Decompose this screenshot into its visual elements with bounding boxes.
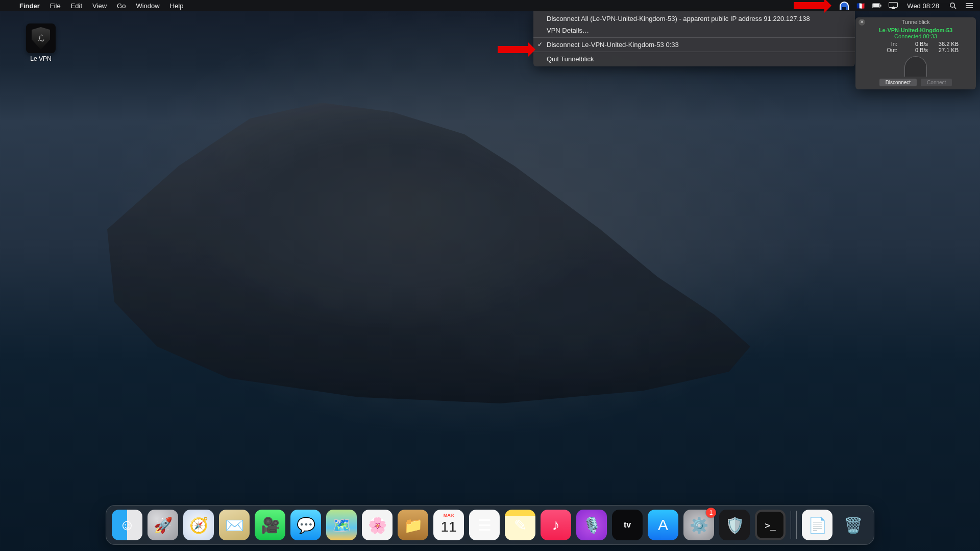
dock-facetime[interactable]: 🎥 — [255, 510, 285, 540]
tb-out-total: 27.1 KB — [930, 47, 959, 53]
dock-calendar[interactable]: MAR11 — [433, 510, 464, 540]
levpn-icon: ℒ — [26, 23, 56, 53]
dock-mail[interactable]: ✉️ — [219, 510, 250, 540]
airplay-icon[interactable] — [889, 1, 898, 10]
menu-separator — [533, 37, 855, 38]
menubar-clock[interactable]: Wed 08:28 — [905, 2, 941, 10]
tb-window-title: ✕ Tunnelblick — [855, 17, 976, 27]
settings-badge: 1 — [706, 508, 716, 518]
dock-terminal[interactable]: >_ — [755, 510, 786, 540]
tb-in-label: In: — [873, 41, 897, 47]
dock-folder[interactable]: 📁 — [398, 510, 428, 540]
annotation-arrow-menu — [498, 46, 528, 53]
tb-stats: In: 0 B/s 36.2 KB Out: 0 B/s 27.1 KB — [855, 41, 976, 53]
menu-vpn-details[interactable]: VPN Details… — [533, 25, 855, 36]
tb-connection-name: Le-VPN-United-Kingdom-53 — [855, 27, 976, 33]
tb-title-text: Tunnelblick — [901, 19, 929, 25]
desktop-icon-label: Le VPN — [20, 55, 61, 62]
menu-view[interactable]: View — [87, 2, 112, 10]
dock-maps[interactable]: 🗺️ — [326, 510, 357, 540]
tb-disconnect-button[interactable]: Disconnect — [879, 79, 917, 86]
tb-out-label: Out: — [873, 47, 897, 53]
menu-go[interactable]: Go — [112, 2, 131, 10]
dock-safari[interactable]: 🧭 — [183, 510, 214, 540]
spotlight-icon[interactable] — [948, 1, 958, 10]
annotation-arrow-top — [794, 2, 824, 9]
dock-messages[interactable]: 💬 — [290, 510, 321, 540]
dock-music[interactable]: ♪ — [541, 510, 571, 540]
battery-icon[interactable] — [872, 1, 881, 10]
tunnelblick-menubar-icon[interactable] — [840, 1, 849, 10]
svg-rect-2 — [880, 5, 881, 7]
menu-window[interactable]: Window — [131, 2, 164, 10]
dock-separator — [791, 511, 791, 539]
menu-disconnect-connection[interactable]: Disconnect Le-VPN-United-Kingdom-53 0:33 — [533, 39, 855, 51]
dock-appstore[interactable]: A — [648, 510, 678, 540]
dock-levpn[interactable]: 🛡️ — [719, 510, 750, 540]
dock-trash[interactable]: 🗑️ — [838, 510, 868, 540]
tb-in-total: 36.2 KB — [930, 41, 959, 47]
control-center-icon[interactable] — [965, 1, 974, 10]
calendar-month: MAR — [444, 513, 454, 518]
dock-tv[interactable]: tv — [612, 510, 643, 540]
svg-point-5 — [950, 3, 955, 8]
tunnel-graphic-icon — [904, 56, 927, 77]
dock-settings[interactable]: ⚙️1 — [683, 510, 714, 540]
tunnelblick-menu: Disconnect All (Le-VPN-United-Kingdom-53… — [533, 11, 855, 66]
tb-out-rate: 0 B/s — [899, 47, 928, 53]
desktop-icon-levpn[interactable]: ℒ Le VPN — [20, 23, 61, 62]
menubar-app-name[interactable]: Finder — [19, 2, 40, 10]
dock-reminders[interactable]: ☰ — [469, 510, 500, 540]
dock-launchpad[interactable]: 🚀 — [148, 510, 178, 540]
svg-rect-1 — [873, 4, 879, 8]
tb-connect-button: Connect — [921, 79, 952, 86]
dock-finder[interactable]: ☺ — [112, 510, 142, 540]
dock-textedit[interactable]: 📄 — [802, 510, 832, 540]
dock-podcasts[interactable]: 🎙️ — [576, 510, 607, 540]
dock-separator — [796, 511, 797, 539]
menu-file[interactable]: File — [45, 2, 66, 10]
tb-connection-status: Connected 00:33 — [855, 33, 976, 39]
menu-separator — [533, 52, 855, 52]
menu-edit[interactable]: Edit — [66, 2, 87, 10]
dock: ☺🚀🧭✉️🎥💬🗺️🌸📁MAR11☰✎♪🎙️tvA⚙️1🛡️>_📄🗑️ — [106, 505, 874, 545]
svg-line-6 — [954, 7, 957, 9]
close-icon[interactable]: ✕ — [859, 19, 865, 26]
tunnelblick-status-window: ✕ Tunnelblick Le-VPN-United-Kingdom-53 C… — [855, 17, 976, 89]
calendar-day: 11 — [440, 519, 456, 535]
menu-disconnect-all[interactable]: Disconnect All (Le-VPN-United-Kingdom-53… — [533, 13, 855, 25]
dock-notes[interactable]: ✎ — [505, 510, 535, 540]
menubar: Finder File Edit View Go Window Help 🇫🇷 … — [0, 0, 980, 11]
dock-photos[interactable]: 🌸 — [362, 510, 393, 540]
menu-quit[interactable]: Quit Tunnelblick — [533, 53, 855, 65]
menu-help[interactable]: Help — [165, 2, 189, 10]
tb-in-rate: 0 B/s — [899, 41, 928, 47]
flag-icon[interactable]: 🇫🇷 — [856, 1, 865, 10]
